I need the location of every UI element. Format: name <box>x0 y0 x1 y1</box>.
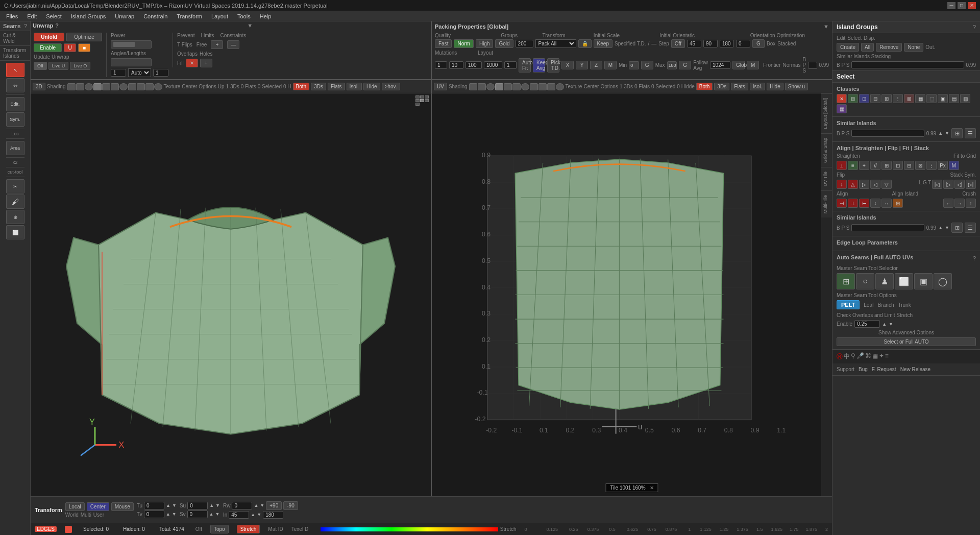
uv-show-btn[interactable]: Show u <box>785 83 808 90</box>
local-btn[interactable]: Local <box>65 502 85 511</box>
viewport-3d[interactable]: X Y <box>31 93 432 496</box>
minus90-btn[interactable]: -90 <box>283 501 298 510</box>
mut-v10-input[interactable] <box>449 61 463 69</box>
tu-input[interactable] <box>144 502 164 509</box>
seam-tool-cube[interactable]: ⬜ <box>895 273 913 289</box>
hide-btn[interactable]: Hide <box>363 83 380 90</box>
in180-input[interactable] <box>263 511 283 519</box>
str-icon-8[interactable]: ⊠ <box>915 161 925 170</box>
plus-btn[interactable]: + <box>211 40 223 49</box>
mut-v1-input[interactable] <box>435 61 447 69</box>
seam-tool-sphere[interactable]: ○ <box>856 273 874 289</box>
uv-isol-btn[interactable]: Isol. <box>750 83 765 90</box>
classic-icon-13[interactable]: ▦ <box>837 104 847 113</box>
lock-btn[interactable]: 🔒 <box>578 39 592 48</box>
fast-btn[interactable]: Fast <box>435 39 452 48</box>
align-icon-4[interactable]: ↕ <box>870 199 880 208</box>
classic-icon-6[interactable]: ⋮ <box>893 94 903 103</box>
layout-tab[interactable]: Layout [Global] <box>821 93 832 133</box>
z-btn[interactable]: Z <box>590 61 602 69</box>
edit-btn[interactable]: Edit. <box>6 97 24 111</box>
maximize-button[interactable]: □ <box>958 2 966 9</box>
mut-v100-input[interactable] <box>465 61 482 69</box>
seam-tool-square[interactable]: ▣ <box>914 273 933 289</box>
in-input[interactable] <box>229 511 249 519</box>
si-icon-btn[interactable]: ⊞ <box>951 128 963 138</box>
str-icon-11[interactable]: M <box>949 161 959 170</box>
live-u-btn[interactable]: Live U <box>48 62 69 70</box>
seams-help[interactable]: ? <box>24 23 27 29</box>
flip-icon-2[interactable]: △ <box>848 180 858 189</box>
topo-btn[interactable]: Topo <box>210 525 229 533</box>
align-icon-6[interactable]: ⊞ <box>893 199 903 208</box>
sv-input[interactable] <box>187 510 208 518</box>
seam-tool-circle[interactable]: ◯ <box>934 273 952 289</box>
stack-icon-4[interactable]: ▷| <box>966 180 976 189</box>
3ds-btn[interactable]: 3Ds <box>311 83 326 90</box>
shade-icon-10[interactable] <box>145 83 154 90</box>
uv-shade-icon-1[interactable] <box>469 83 477 90</box>
in-up-btn[interactable]: ▲ <box>251 512 255 517</box>
str-icon-2[interactable]: ≡ <box>848 161 858 170</box>
step-val3-input[interactable] <box>720 40 734 47</box>
classic-icon-3[interactable]: ⊡ <box>859 94 869 103</box>
flip-icon-5[interactable]: ▽ <box>881 180 892 189</box>
uv-hide-btn[interactable]: Hide <box>767 83 783 90</box>
angles-slider[interactable] <box>111 58 152 66</box>
mut-v1000-input[interactable] <box>484 61 502 69</box>
shade-icon-11[interactable] <box>154 83 162 90</box>
flip-icon-4[interactable]: ◁ <box>870 180 880 189</box>
viewport-uv[interactable]: u -0.2 -0.1 0.1 0.2 0.3 0.4 0.5 0.6 0.7 … <box>432 93 832 496</box>
v3d-mode-btn[interactable]: 3D <box>33 83 45 90</box>
uv-3ds-btn[interactable]: 3Ds <box>714 83 729 90</box>
isl-bps-slider[interactable] <box>851 61 964 68</box>
val2-input[interactable] <box>153 69 168 77</box>
align-icon-1[interactable]: ⊣ <box>837 199 847 208</box>
shade-icon-8[interactable] <box>128 83 136 90</box>
pelt-btn[interactable]: PELT <box>837 300 860 309</box>
shade-icon-6[interactable] <box>111 83 119 90</box>
grid-snap-tab[interactable]: Grid & Snap <box>821 133 832 167</box>
norm-btn[interactable]: Norm <box>454 39 473 48</box>
classic-icon-5[interactable]: ⊞ <box>881 94 892 103</box>
crush-icon-2[interactable]: → <box>954 199 965 208</box>
unwrap-help[interactable]: ? <box>55 22 59 29</box>
area-btn[interactable]: Area <box>6 141 24 155</box>
tv-down-btn[interactable]: ▼ <box>172 512 177 517</box>
stack-icon-1[interactable]: |◁ <box>932 180 942 189</box>
pick-td-btn[interactable]: Pick T.D. <box>547 58 559 72</box>
step-val4-input[interactable] <box>736 40 750 47</box>
optimize-btn[interactable]: Optimize <box>66 33 102 41</box>
flats-btn[interactable]: Flats <box>328 83 345 90</box>
high-btn[interactable]: High <box>476 39 494 48</box>
select-tool-btn[interactable]: ↖ <box>6 63 24 77</box>
global-btn[interactable]: Global <box>732 61 745 69</box>
str-icon-5[interactable]: ⊞ <box>881 161 892 170</box>
uv-shade-icon-9[interactable] <box>538 83 547 90</box>
fill-x-btn[interactable]: ✕ <box>186 59 198 67</box>
rw-down-btn[interactable]: ▼ <box>260 503 264 508</box>
m-btn2[interactable]: M <box>747 61 759 69</box>
y-btn[interactable]: Y <box>576 61 588 69</box>
menu-transform[interactable]: Transform <box>173 12 206 20</box>
shade-icon-5[interactable] <box>102 83 110 90</box>
auto-seams-help[interactable]: ? <box>973 255 976 261</box>
g-btn3[interactable]: G <box>679 61 691 69</box>
both-btn-3d[interactable]: Both <box>293 83 310 90</box>
crush-icon-1[interactable]: ← <box>943 199 953 208</box>
isol-btn[interactable]: Isol. <box>347 83 362 90</box>
menu-tools[interactable]: Tools <box>233 12 255 20</box>
all-btn[interactable]: All <box>861 43 874 52</box>
sym-btn[interactable]: Sym. <box>6 112 24 127</box>
unfold-btn[interactable]: Unfold <box>34 33 64 41</box>
uv-mode-btn[interactable]: UV <box>434 83 447 90</box>
su-input[interactable] <box>187 502 208 509</box>
str-icon-3[interactable]: + <box>859 161 869 170</box>
str-icon-4[interactable]: // <box>870 161 880 170</box>
shade-icon-9[interactable] <box>137 83 145 90</box>
classic-icon-8[interactable]: ▦ <box>915 94 925 103</box>
uv-shade-icon-11[interactable] <box>556 83 564 90</box>
align-icon-5[interactable]: ↔ <box>881 199 892 208</box>
shade-icon-4[interactable] <box>93 83 102 90</box>
uv-shade-icon-8[interactable] <box>530 83 538 90</box>
